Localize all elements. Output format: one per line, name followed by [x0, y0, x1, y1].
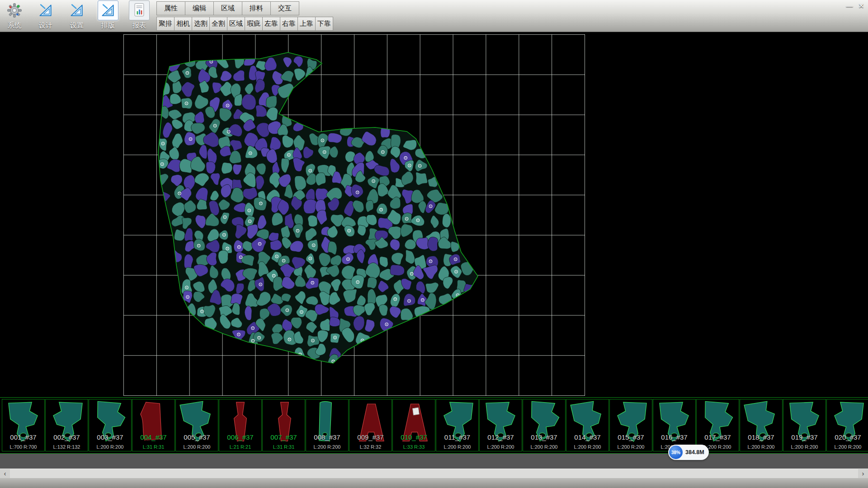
piece-thumbnail-007[interactable]: 007_#37L:31 R:31	[262, 399, 305, 451]
piece-name: 014_#37	[566, 433, 609, 441]
app-tab-settings[interactable]: 设置	[64, 0, 90, 31]
tool-select-cut[interactable]: 选割	[192, 17, 210, 31]
memory-usage-badge: 38% 384.8M	[668, 445, 709, 460]
piece-counts: L:31 R:31	[132, 444, 175, 450]
piece-thumbnail-016[interactable]: 016_#37L:200 R:200	[653, 399, 696, 451]
close-button[interactable]: ✕	[856, 1, 866, 10]
app-tab-design[interactable]: 设计	[33, 0, 58, 31]
piece-name: 015_#37	[610, 433, 652, 441]
status-band	[0, 454, 868, 469]
piece-name: 008_#37	[306, 433, 348, 441]
progress-percent-badge: 38%	[669, 446, 683, 459]
piece-thumbnail-009[interactable]: 009_#37L:32 R:32	[349, 399, 392, 451]
menu-nesting[interactable]: 排料	[242, 1, 271, 15]
menu-properties[interactable]: 属性	[156, 1, 185, 15]
menu-bar: 属性编辑区域排料交互	[156, 1, 333, 16]
nesting-work-canvas[interactable]	[123, 34, 585, 396]
app-tab-system[interactable]: 系统	[2, 0, 27, 31]
piece-name: 004_#37	[132, 433, 175, 441]
menu-area: 属性编辑区域排料交互 聚排相机选割全割区域瑕疵左靠右靠上靠下靠	[156, 0, 333, 31]
piece-counts: L:21 R:21	[219, 444, 261, 450]
piece-thumbnail-004[interactable]: 004_#37L:31 R:31	[132, 399, 175, 451]
piece-name: 009_#37	[349, 433, 392, 441]
tool-cut-all[interactable]: 全割	[209, 17, 227, 31]
piece-thumbnail-020[interactable]: 020_#37L:200 R:200	[826, 399, 868, 451]
piece-thumbnail-012[interactable]: 012_#37L:200 R:200	[479, 399, 522, 451]
piece-thumbnail-018[interactable]: 018_#37L:200 R:200	[740, 399, 783, 451]
piece-thumbnail-010[interactable]: 010_#37L:33 R:33	[392, 399, 435, 451]
piece-thumbnail-003[interactable]: 003_#37L:200 R:200	[89, 399, 132, 451]
piece-thumbnail-006[interactable]: 006_#37L:21 R:21	[219, 399, 262, 451]
tool-align-right[interactable]: 右靠	[280, 17, 298, 31]
piece-strip: 001_#37L:700 R:700002_#37L:132 R:132003_…	[0, 397, 868, 454]
piece-name: 001_#37	[2, 433, 44, 441]
piece-thumbnail-015[interactable]: 015_#37L:200 R:200	[609, 399, 652, 451]
scroll-right-button[interactable]: ›	[858, 469, 868, 478]
piece-thumbnail-001[interactable]: 001_#37L:700 R:700	[2, 399, 45, 451]
piece-counts: L:31 R:31	[263, 444, 305, 450]
piece-name: 019_#37	[783, 433, 826, 441]
menu-edit[interactable]: 编辑	[185, 1, 214, 15]
piece-counts: L:200 R:200	[783, 444, 826, 450]
piece-name: 018_#37	[740, 433, 782, 441]
app-tab-label: 报表	[132, 21, 146, 30]
tool-defect[interactable]: 瑕疵	[245, 17, 263, 31]
app-tab-layout[interactable]: 排版	[95, 0, 121, 31]
piece-name: 003_#37	[89, 433, 131, 441]
toolbar: 系统设计设置排版报表 属性编辑区域排料交互 聚排相机选割全割区域瑕疵左靠右靠上靠…	[0, 0, 868, 32]
report-icon	[129, 0, 150, 20]
layout-icon	[98, 0, 118, 20]
piece-counts: L:132 R:132	[46, 444, 88, 450]
piece-thumbnail-017[interactable]: 017_#37L:200 R:200	[696, 399, 739, 451]
piece-counts: L:200 R:200	[89, 444, 131, 450]
piece-name: 020_#37	[827, 433, 868, 441]
tool-bar: 聚排相机选割全割区域瑕疵左靠右靠上靠下靠	[156, 16, 333, 31]
piece-name: 002_#37	[46, 433, 88, 441]
piece-counts: L:200 R:200	[176, 444, 218, 450]
tool-align-top[interactable]: 上靠	[297, 17, 316, 31]
piece-counts: L:200 R:200	[306, 444, 348, 450]
piece-name: 010_#37	[393, 433, 435, 441]
piece-thumbnail-014[interactable]: 014_#37L:200 R:200	[566, 399, 609, 451]
piece-counts: L:200 R:200	[523, 444, 565, 450]
horizontal-scrollbar[interactable]: ‹ ›	[0, 469, 868, 478]
system-icon	[4, 0, 25, 20]
piece-thumbnail-008[interactable]: 008_#37L:200 R:200	[306, 399, 349, 451]
piece-name: 011_#37	[436, 433, 478, 441]
tool-region-tool[interactable]: 区域	[227, 17, 245, 31]
tool-cluster-nest[interactable]: 聚排	[156, 17, 175, 31]
piece-thumbnail-005[interactable]: 005_#37L:200 R:200	[175, 399, 218, 451]
piece-name: 016_#37	[653, 433, 695, 441]
menu-region[interactable]: 区域	[213, 1, 242, 15]
scroll-left-button[interactable]: ‹	[0, 469, 10, 478]
app-tab-label: 设置	[70, 21, 84, 30]
piece-thumbnail-002[interactable]: 002_#37L:132 R:132	[45, 399, 88, 451]
tool-align-left[interactable]: 左靠	[262, 17, 280, 31]
piece-thumbnail-013[interactable]: 013_#37L:200 R:200	[523, 399, 566, 451]
piece-name: 017_#37	[697, 433, 739, 441]
piece-counts: L:200 R:200	[436, 444, 478, 450]
piece-thumbnail-011[interactable]: 011_#37L:200 R:200	[436, 399, 479, 451]
piece-counts: L:200 R:200	[480, 444, 522, 450]
app-tab-report[interactable]: 报表	[127, 0, 152, 31]
piece-counts: L:33 R:33	[393, 444, 435, 450]
memory-usage-label: 384.8M	[685, 449, 704, 455]
tool-align-bottom[interactable]: 下靠	[315, 17, 333, 31]
design-icon	[35, 0, 56, 20]
piece-name: 006_#37	[219, 433, 261, 441]
canvas-area[interactable]	[0, 32, 868, 397]
app-tab-label: 设计	[39, 21, 52, 30]
app-tab-label: 排版	[101, 21, 115, 30]
piece-counts: L:200 R:200	[827, 444, 868, 450]
piece-counts: L:700 R:700	[2, 444, 44, 450]
piece-counts: L:200 R:200	[740, 444, 782, 450]
settings-icon	[66, 0, 87, 20]
tool-camera[interactable]: 相机	[174, 17, 192, 31]
piece-thumbnail-019[interactable]: 019_#37L:200 R:200	[783, 399, 826, 451]
menu-interaction[interactable]: 交互	[270, 1, 299, 15]
bottom-status-bar	[0, 478, 868, 488]
piece-counts: L:200 R:200	[566, 444, 609, 450]
minimize-button[interactable]: —	[844, 1, 854, 10]
window-controls: — ✕	[844, 1, 866, 10]
piece-counts: L:200 R:200	[610, 444, 652, 450]
